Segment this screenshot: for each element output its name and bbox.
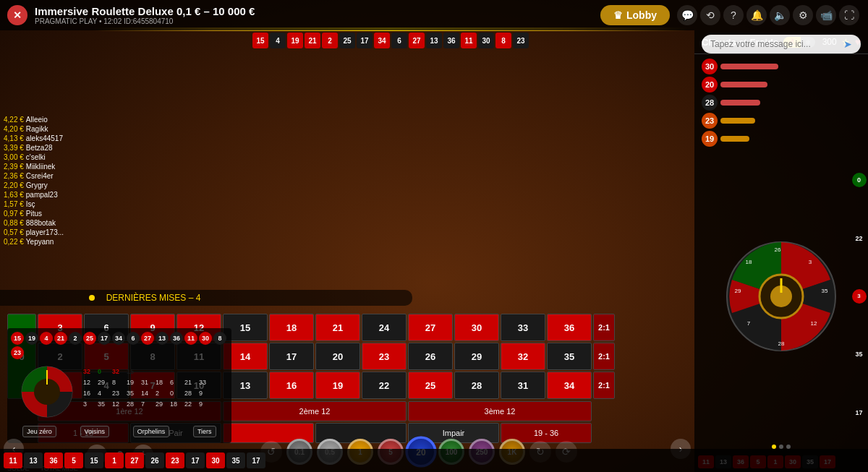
hot-bar <box>720 100 760 106</box>
notifications-icon[interactable]: 🔔 <box>746 5 767 25</box>
chat-input[interactable] <box>710 39 843 49</box>
bet-item: 1,63 € pampal23 <box>4 191 90 199</box>
col-bet-mid[interactable]: 2:1 <box>593 343 615 370</box>
svg-text:26: 26 <box>775 246 781 253</box>
track-num: 36 <box>443 33 459 48</box>
grid-cell-35[interactable]: 35 <box>547 343 592 370</box>
grid-cell-23[interactable]: 23 <box>362 343 407 370</box>
track-num: 30 <box>478 33 494 48</box>
grid-cell-31[interactable]: 31 <box>501 372 545 399</box>
svg-text:32: 32 <box>83 368 90 375</box>
settings-icon[interactable]: ⚙ <box>793 5 813 25</box>
wheel-num: 21 <box>54 332 67 345</box>
bet-item: 4,13 € aleks44517 <box>4 134 90 142</box>
hot-num-badge: 20 <box>702 77 718 93</box>
track-num: 11 <box>461 33 477 48</box>
wheel-num: 23 <box>11 346 24 359</box>
game-subtitle: PRAGMATIC PLAY • 12:02 ID:6455804710 <box>35 17 600 25</box>
svg-text:0: 0 <box>170 390 174 397</box>
wheel-num: 8 <box>213 332 226 345</box>
track-num: 13 <box>426 33 442 48</box>
wheel-num: 2 <box>69 332 82 345</box>
svg-text:12: 12 <box>811 320 817 327</box>
track-result: 23 <box>166 452 184 468</box>
grid-cell-29[interactable]: 29 <box>454 343 499 370</box>
svg-text:12: 12 <box>112 400 119 408</box>
track-result: 35 <box>226 452 245 468</box>
wheel-num: 6 <box>127 332 140 345</box>
grid-cell-30[interactable]: 30 <box>454 314 499 341</box>
grid-cell-17[interactable]: 17 <box>269 343 314 370</box>
svg-text:3: 3 <box>83 400 87 408</box>
hot-bar <box>720 64 778 69</box>
svg-text:31: 31 <box>141 379 148 386</box>
right-num: 35 <box>852 347 867 361</box>
svg-text:35: 35 <box>98 400 105 408</box>
grid-cell-16[interactable]: 16 <box>269 372 314 399</box>
grid-cell-34[interactable]: 34 <box>547 372 592 399</box>
right-num: 0 <box>852 173 867 187</box>
track-num: 21 <box>305 33 320 48</box>
svg-text:22: 22 <box>184 400 192 408</box>
jeu-orphelins[interactable]: Orphelins <box>133 426 170 437</box>
svg-text:16: 16 <box>83 390 90 397</box>
chat-icon[interactable]: 💬 <box>677 5 697 25</box>
dozen-3[interactable]: 3ème 12 <box>408 401 592 421</box>
hot-number-row: 23 <box>702 113 861 129</box>
svg-text:2: 2 <box>156 390 159 397</box>
video-icon[interactable]: 📹 <box>816 5 836 25</box>
track-result: 36 <box>44 452 63 468</box>
jeu-zero[interactable]: Jeu zéro <box>22 426 56 437</box>
fullscreen-icon[interactable]: ⛶ <box>839 5 859 25</box>
bet-item: 2,36 € Csrei4er <box>4 172 90 180</box>
close-button[interactable]: ✕ <box>7 5 27 25</box>
svg-text:14: 14 <box>141 390 148 397</box>
col-bet-bot[interactable]: 2:1 <box>593 372 615 399</box>
svg-text:29: 29 <box>98 379 105 386</box>
svg-text:35: 35 <box>127 390 134 397</box>
help-icon[interactable]: ? <box>723 5 744 25</box>
grid-cell-28[interactable]: 28 <box>454 372 499 399</box>
track-result: 30 <box>206 452 225 468</box>
track-num: 19 <box>287 33 303 48</box>
svg-text:33: 33 <box>199 379 206 386</box>
svg-text:12: 12 <box>83 379 90 386</box>
bet-item: 0,22 € Yepyann <box>4 238 90 246</box>
svg-text:8: 8 <box>112 379 116 386</box>
grid-cell-33[interactable]: 33 <box>501 314 545 341</box>
grid-cell-21[interactable]: 21 <box>315 314 360 341</box>
chat-input-area: ➤ <box>702 35 861 53</box>
wheel-num: 4 <box>40 332 53 345</box>
grid-cell-22[interactable]: 22 <box>362 372 407 399</box>
jeu-voisins[interactable]: Voisins <box>80 426 110 437</box>
track-result: 26 <box>145 452 164 468</box>
track-num: 34 <box>374 33 390 48</box>
grid-cell-27[interactable]: 27 <box>408 314 453 341</box>
top-bar: ✕ Immersive Roulette Deluxe 0,1 € – 10 0… <box>0 0 868 30</box>
grid-cell-19[interactable]: 19 <box>315 372 360 399</box>
wheel-num: 17 <box>98 332 111 345</box>
lobby-button[interactable]: ♛ Lobby <box>600 5 670 25</box>
volume-icon[interactable]: 🔈 <box>770 5 790 25</box>
dozen-2[interactable]: 2ème 12 <box>223 401 407 421</box>
bet-item: 4,22 € Alleeio <box>4 116 90 124</box>
wheel-num: 36 <box>170 332 183 345</box>
grid-cell-20[interactable]: 20 <box>315 343 360 370</box>
wheel-number-track: 15 4 19 21 2 25 17 34 6 27 13 36 11 30 8… <box>94 33 687 48</box>
game-title: Immersive Roulette Deluxe 0,1 € – 10 000… <box>35 5 600 17</box>
grid-cell-24[interactable]: 24 <box>362 314 407 341</box>
svg-text:0: 0 <box>98 368 101 375</box>
grid-cell-26[interactable]: 26 <box>408 343 453 370</box>
grid-cell-25[interactable]: 25 <box>408 372 453 399</box>
history-icon[interactable]: ⟲ <box>700 5 720 25</box>
send-icon[interactable]: ➤ <box>843 38 852 50</box>
col-bet-top[interactable]: 2:1 <box>593 314 615 341</box>
track-result: 17 <box>247 452 265 468</box>
track-num: 8 <box>495 33 511 48</box>
hot-num-badge: 30 <box>702 59 718 74</box>
grid-cell-18[interactable]: 18 <box>269 314 314 341</box>
grid-cell-32[interactable]: 32 <box>501 343 545 370</box>
jeu-tiers[interactable]: Tiers <box>193 426 216 437</box>
svg-text:21: 21 <box>184 379 192 386</box>
grid-cell-36[interactable]: 36 <box>547 314 592 341</box>
